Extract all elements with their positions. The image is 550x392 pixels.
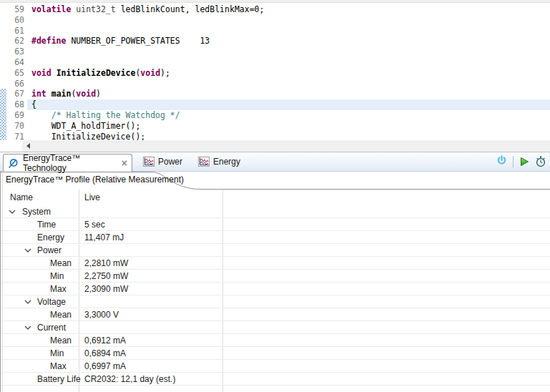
table-row[interactable]: Mean3,3000 V [0,308,550,321]
line-number: 63 [0,46,27,57]
row-live-value: 2,2750 mW [84,271,128,281]
row-name: Power [37,245,62,255]
code-line[interactable]: 65void InitializeDevice(void); [0,68,550,79]
tab-energytrace-technology[interactable]: EnergyTrace™ Technology × [3,154,132,172]
tab-label: EnergyTrace™ Technology [23,153,117,173]
code-text: WDT_A_holdTimer(); [27,121,550,132]
waveform-chart-icon [143,157,154,167]
code-line[interactable]: 63 [0,46,550,57]
close-icon[interactable]: × [122,158,127,168]
table-row[interactable]: Power [0,244,550,257]
code-line[interactable]: 61 [0,26,550,36]
table-row[interactable]: Mean2,2810 mW [0,257,550,270]
row-name: Current [37,323,66,333]
code-text [27,15,550,26]
row-name: Mean [50,335,72,346]
code-text [27,79,550,89]
row-name: Max [50,361,67,371]
tab-energy[interactable]: Energy [195,155,243,169]
line-number: 62 [0,36,27,46]
row-live-value: 0,6894 mA [84,348,126,358]
profile-table: Name Live SystemTime5 secEnergy11,407 mJ… [0,190,550,392]
chevron-down-icon[interactable] [24,248,31,253]
play-icon[interactable] [519,156,530,167]
line-number: 68 [0,99,27,110]
energytrace-panel: EnergyTrace™ Profile (Relative Measureme… [0,172,550,392]
row-name: Battery Life [37,374,81,384]
code-text: volatile uint32_t ledBlinkCount, ledBlin… [27,4,550,15]
table-row[interactable]: Energy11,407 mJ [0,231,550,244]
row-name: System [22,207,51,217]
code-line[interactable]: 67int main(void) [0,89,550,99]
line-number: 64 [0,57,27,68]
row-name: Max [50,284,67,294]
code-text [27,46,550,57]
code-line[interactable]: 59volatile uint32_t ledBlinkCount, ledBl… [0,4,550,15]
line-number: 67 [0,89,27,99]
table-row[interactable] [0,386,550,392]
row-live-value: 3,3000 V [84,310,119,320]
chevron-down-icon[interactable] [24,325,31,330]
row-live-value: 2,3090 mW [84,284,128,294]
ide-window: 59volatile uint32_t ledBlinkCount, ledBl… [0,0,550,392]
code-text: void InitializeDevice(void); [27,68,550,79]
row-name: Mean [50,258,72,268]
row-live-value: 0,6997 mA [84,361,126,371]
table-row[interactable]: Max0,6997 mA [0,360,550,373]
row-name: Voltage [37,297,66,307]
code-editor[interactable]: 59volatile uint32_t ledBlinkCount, ledBl… [0,3,550,140]
line-number: 70 [0,121,27,132]
current-line-highlight: { [27,99,550,110]
code-line[interactable]: 66 [0,79,550,89]
column-header-name[interactable]: Name [10,192,33,202]
tab-power[interactable]: Power [140,155,185,169]
horizontal-scrollbar[interactable] [22,140,550,152]
table-row[interactable]: Mean0,6912 mA [0,334,550,347]
table-row[interactable]: Battery LifeCR2032: 12,1 day (est.) [0,373,550,386]
code-text: int main(void) [27,89,550,99]
code-text: #define NUMBER_OF_POWER_STATES 13 [27,36,550,46]
line-number: 61 [0,26,27,36]
toolbar-separator [513,156,514,167]
line-number: 60 [0,15,27,26]
code-line[interactable]: 68{ [0,99,550,110]
table-row[interactable]: Voltage [0,295,550,308]
table-header[interactable]: Name Live [0,190,550,205]
row-name: Time [37,220,56,230]
table-row[interactable]: Min0,6894 mA [0,347,550,360]
line-number: 66 [0,79,27,89]
table-row[interactable]: Max2,3090 mW [0,283,550,295]
row-live-value: CR2032: 12,1 day (est.) [84,374,175,384]
power-icon[interactable] [496,155,508,167]
code-lines: 59volatile uint32_t ledBlinkCount, ledBl… [0,3,550,140]
profile-subtab[interactable]: EnergyTrace™ Profile (Relative Measureme… [0,172,550,190]
code-line[interactable]: 62#define NUMBER_OF_POWER_STATES 13 [0,36,550,46]
column-header-live[interactable]: Live [84,192,100,202]
waveform-chart-icon [198,157,210,167]
panel-border-inner [2,172,3,392]
table-row[interactable]: Current [0,321,550,334]
view-tabbar: EnergyTrace™ Technology × Power [0,152,550,172]
code-line[interactable]: 64 [0,57,550,68]
code-text: InitializeDevice(); [27,132,550,140]
scroll-left-button[interactable] [22,140,34,152]
chevron-down-icon[interactable] [9,210,16,214]
code-line[interactable]: 70 WDT_A_holdTimer(); [0,121,550,132]
code-line[interactable]: 60 [0,15,550,26]
tab-label: Energy [213,157,240,167]
line-number: 71 [0,132,27,140]
code-line[interactable]: 69 /* Halting the Watchdog */ [0,110,550,121]
chevron-down-icon[interactable] [24,300,31,304]
row-live-value: 2,2810 mW [84,258,128,268]
energytrace-lens-icon [8,158,19,169]
panel-border [0,172,1,392]
code-text: /* Halting the Watchdog */ [27,110,550,121]
row-name: Mean [50,310,72,320]
view-toolbar [496,152,546,170]
table-row[interactable]: Time5 sec [0,218,550,231]
code-text [27,26,550,36]
table-row[interactable]: Min2,2750 mW [0,270,550,283]
table-row[interactable]: System [0,205,550,218]
stopwatch-icon[interactable] [535,156,546,167]
code-line[interactable]: 71 InitializeDevice(); [0,132,550,140]
